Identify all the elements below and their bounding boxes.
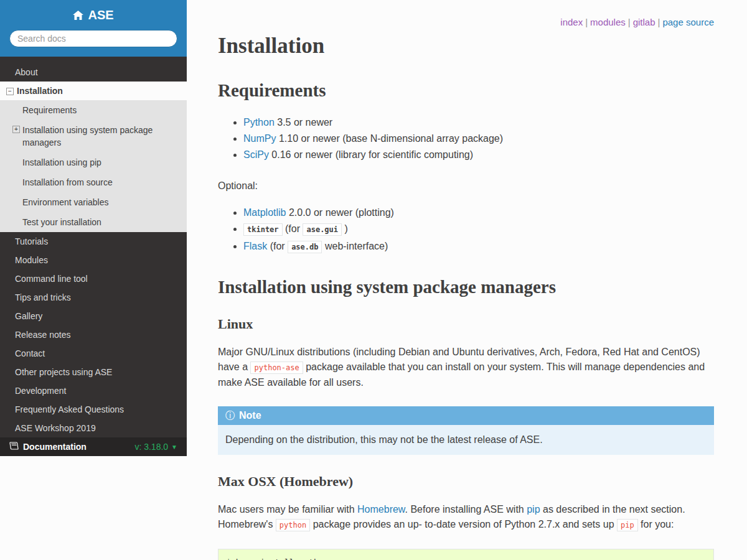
home-link[interactable]: ASE — [9, 8, 177, 22]
list-item: Matplotlib 2.0.0 or newer (plotting) — [243, 205, 714, 220]
modules-link[interactable]: modules — [590, 17, 626, 27]
paragraph-text: Mac users may be familiar with — [218, 504, 357, 515]
optional-list: Matplotlib 2.0.0 or newer (plotting) tki… — [243, 205, 714, 255]
list-item: Python 3.5 or newer — [243, 114, 714, 130]
list-item: tkinter (for ase.gui ) — [243, 221, 714, 238]
sidebar-item-release-notes[interactable]: Release notes — [0, 325, 187, 344]
ase-db-code[interactable]: ase.db — [288, 241, 322, 253]
expand-icon[interactable]: + — [12, 126, 20, 133]
pip-code: pip — [617, 519, 638, 531]
sidebar-item-gallery[interactable]: Gallery — [0, 307, 187, 325]
breadcrumb: index|modules|gitlab|page source — [218, 15, 714, 30]
sidebar-item-about[interactable]: About — [0, 63, 187, 82]
pip-link[interactable]: pip — [527, 504, 540, 515]
sidebar-item-other-projects[interactable]: Other projects using ASE — [0, 363, 187, 381]
flask-link[interactable]: Flask — [243, 241, 267, 251]
requirements-heading: Requirements — [218, 80, 714, 101]
page-title: Installation — [218, 34, 714, 58]
tkinter-code: tkinter — [243, 223, 283, 236]
sidebar-item-install-pip[interactable]: Installation using pip — [0, 152, 187, 172]
page-source-link[interactable]: page source — [662, 17, 714, 27]
gitlab-link[interactable]: gitlab — [633, 17, 655, 27]
note-title: Note — [239, 410, 261, 421]
sidebar-item-development[interactable]: Development — [0, 381, 187, 400]
sidebar-nav: About −Installation Requirements +Instal… — [0, 57, 187, 437]
sidebar: ASE About −Installation Requirements +In… — [0, 0, 187, 456]
scipy-link[interactable]: SciPy — [243, 149, 269, 160]
version-flyout-label: Documentation — [23, 442, 87, 452]
version-flyout[interactable]: Documentation v: 3.18.0 ▼ — [0, 437, 187, 456]
note-title-bar: ⓘNote — [218, 406, 714, 425]
list-item-text: 1.10 or newer (base N-dimensional array … — [276, 133, 503, 144]
homebrew-link[interactable]: Homebrew — [357, 504, 405, 515]
list-item-text: 2.0.0 or newer (plotting) — [286, 207, 393, 218]
macosx-heading: Max OSX (Homebrew) — [218, 474, 714, 490]
sidebar-current-label: Installation — [17, 86, 63, 96]
python-ase-code: python-ase — [250, 362, 303, 374]
search-input[interactable] — [9, 30, 177, 47]
list-item-text: 0.16 or newer (library for scientific co… — [269, 149, 473, 160]
numpy-link[interactable]: NumPy — [243, 133, 276, 144]
collapse-icon[interactable]: − — [6, 88, 14, 95]
sidebar-item-contact[interactable]: Contact — [0, 344, 187, 363]
sidebar-item-workshop-2019[interactable]: ASE Workshop 2019 — [0, 419, 187, 437]
brew-install-codeblock: $ brew install python — [218, 549, 714, 560]
sidebar-item-command-line-tool[interactable]: Command line tool — [0, 269, 187, 288]
list-item-text: ) — [342, 223, 348, 234]
paragraph-text: . Before installing ASE with — [405, 504, 527, 515]
main-content: index|modules|gitlab|page source Install… — [187, 0, 747, 560]
sidebar-item-test-install[interactable]: Test your installation — [0, 212, 187, 232]
list-item-text: (for — [267, 241, 288, 251]
info-icon: ⓘ — [225, 410, 235, 421]
syspkg-heading: Installation using system package manage… — [218, 276, 714, 297]
sidebar-item-modules[interactable]: Modules — [0, 251, 187, 269]
paragraph-text: package provides an up- to-date version … — [310, 519, 617, 530]
sidebar-item-faq[interactable]: Frequently Asked Questions — [0, 400, 187, 419]
sidebar-header: ASE — [0, 0, 187, 57]
sidebar-item-label: Installation using system package manage… — [22, 125, 153, 147]
separator: | — [658, 17, 660, 27]
index-link[interactable]: index — [560, 17, 583, 27]
list-item: Flask (for ase.db web-interface) — [243, 238, 714, 255]
list-item: SciPy 0.16 or newer (library for scienti… — [243, 147, 714, 162]
note-admonition: ⓘNote Depending on the distribution, thi… — [218, 406, 714, 455]
mac-paragraph: Mac users may be familiar with Homebrew.… — [218, 502, 714, 533]
ase-gui-code[interactable]: ase.gui — [303, 223, 342, 236]
separator: | — [585, 17, 588, 27]
sidebar-item-installation-current[interactable]: −Installation — [0, 82, 187, 100]
requirements-list: Python 3.5 or newer NumPy 1.10 or newer … — [243, 114, 714, 162]
python-link[interactable]: Python — [243, 117, 275, 128]
sidebar-subnav: Requirements +Installation using system … — [0, 100, 187, 232]
python-code: python — [276, 519, 310, 531]
sidebar-item-install-syspkg[interactable]: +Installation using system package manag… — [0, 120, 187, 152]
list-item-text: 3.5 or newer — [275, 117, 332, 128]
optional-label: Optional: — [218, 179, 714, 194]
sidebar-item-tutorials[interactable]: Tutorials — [0, 232, 187, 251]
linux-heading: Linux — [218, 316, 714, 332]
caret-down-icon: ▼ — [171, 444, 177, 450]
sidebar-item-env-vars[interactable]: Environment variables — [0, 192, 187, 212]
sidebar-item-install-source[interactable]: Installation from source — [0, 172, 187, 192]
sidebar-item-tips-and-tricks[interactable]: Tips and tricks — [0, 288, 187, 307]
separator: | — [628, 17, 631, 27]
list-item: NumPy 1.10 or newer (base N-dimensional … — [243, 131, 714, 146]
version-number: v: 3.18.0 — [134, 442, 168, 452]
home-icon — [73, 11, 83, 20]
note-body: Depending on the distribution, this may … — [218, 425, 714, 455]
paragraph-text: for you: — [638, 519, 674, 530]
brand-label: ASE — [88, 8, 113, 22]
matplotlib-link[interactable]: Matplotlib — [243, 207, 286, 218]
list-item-text: (for — [283, 223, 303, 234]
sidebar-item-requirements[interactable]: Requirements — [0, 100, 187, 120]
list-item-text: web-interface) — [322, 241, 388, 251]
book-icon — [9, 442, 19, 452]
linux-paragraph: Major GNU/Linux distributions (including… — [218, 345, 714, 390]
